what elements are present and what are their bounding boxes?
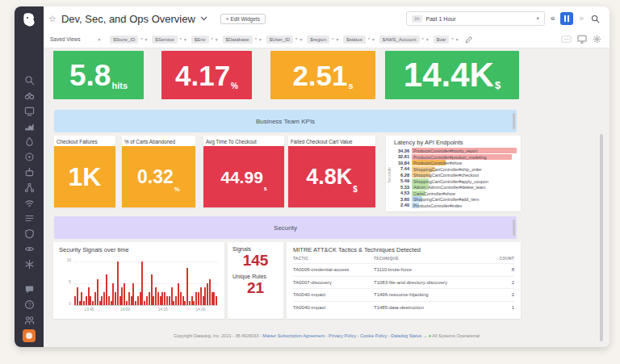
edit-widgets-button[interactable]: + Edit Widgets <box>220 14 266 24</box>
template-variable-value[interactable]: * <box>368 37 370 42</box>
search-icon[interactable] <box>591 15 600 23</box>
footer-link[interactable]: Cookie Policy <box>360 333 387 338</box>
favorite-star-icon[interactable]: ☆ <box>48 14 57 24</box>
kpi-widget[interactable]: 2.51s <box>270 51 375 99</box>
saved-views-dropdown[interactable]: Saved Views <box>50 36 80 42</box>
watchdog-icon[interactable] <box>24 90 35 100</box>
chevron-down-icon[interactable]: ▾ <box>98 37 100 42</box>
template-variable-env[interactable]: $Env <box>191 36 209 44</box>
toplist-row[interactable]: 5.33Admin::AdminController#delete_team <box>394 184 517 190</box>
chevron-down-icon[interactable]: ▾ <box>300 37 302 42</box>
kpi-widget[interactable]: % of Carts Abandoned0.32% <box>122 136 195 207</box>
kpi-widget[interactable]: 4.17% <box>161 51 252 99</box>
chart-bar <box>193 301 195 305</box>
org-icon[interactable] <box>24 314 35 324</box>
toplist-row[interactable]: 34.36ProductsController#hourly_report <box>394 148 517 154</box>
template-variable-region[interactable]: $region <box>307 36 329 44</box>
signals-count-widget[interactable]: Signals 145 Unique Rules 21 <box>228 242 283 319</box>
time-range-picker[interactable]: 1h Past 1 Hour ▾ <box>406 11 545 26</box>
kpi-widget[interactable]: Failed Checkout Cart Value4.8K$ <box>288 136 375 207</box>
vertical-scrollbar[interactable] <box>600 134 603 341</box>
footer-link[interactable]: Privacy Policy <box>329 333 356 338</box>
table-row[interactable]: TA0040-impactT1496-resource-hijacking2 <box>293 288 514 301</box>
chevron-down-icon[interactable] <box>200 16 207 21</box>
edit-pencil-icon[interactable] <box>465 36 473 44</box>
network-icon[interactable] <box>24 197 35 207</box>
mitre-table-widget[interactable]: MITRE ATT&CK Tactics & Techniques Detect… <box>287 242 521 319</box>
metrics-icon[interactable] <box>24 120 35 131</box>
time-backward-button[interactable]: « <box>551 15 555 23</box>
template-variable-value[interactable]: * <box>332 37 333 42</box>
template-variable-value[interactable]: * <box>422 37 424 42</box>
chevron-down-icon[interactable]: ▾ <box>337 37 339 42</box>
chevron-down-icon[interactable]: ▾ <box>372 37 375 42</box>
toplist-row[interactable]: 32.61ProductsController#product_modeling <box>394 154 517 161</box>
toplist-bar-wrap: ProductsController#index <box>412 203 517 208</box>
template-variable-value[interactable]: * <box>295 37 297 42</box>
integrations-icon[interactable] <box>24 151 35 161</box>
tv-mode-icon[interactable] <box>577 35 587 44</box>
chevron-down-icon[interactable]: ▾ <box>456 37 459 42</box>
chevron-down-icon[interactable]: ▾ <box>259 37 262 42</box>
gear-icon[interactable] <box>593 35 601 44</box>
kpi-widget[interactable]: 14.4K$ <box>385 51 519 99</box>
toplist-row[interactable]: 2.40ProductsController#index <box>394 203 517 209</box>
svg-text:?: ? <box>27 302 31 308</box>
chart-bar <box>108 296 110 305</box>
group-banner-security[interactable]: Security <box>54 216 517 239</box>
chevron-down-icon[interactable]: ▾ <box>426 37 429 42</box>
table-row[interactable]: TA0040-impactT1485-data-destruction1 <box>293 301 514 314</box>
footer-link[interactable]: Datadog Status <box>391 333 421 338</box>
kpi-widget[interactable]: Avg Time To Checkout44.99s <box>203 136 284 207</box>
template-variable-value[interactable]: * <box>451 37 453 42</box>
dashboards-icon[interactable] <box>24 105 35 115</box>
search-icon[interactable] <box>24 74 35 85</box>
chevron-down-icon[interactable]: ▾ <box>184 37 186 42</box>
latency-toplist-widget[interactable]: Latency by API Endpoints Seconds 34.36Pr… <box>386 136 521 211</box>
toplist-row[interactable]: 3.60ShoppingCartController#add_item <box>394 196 517 203</box>
logs-icon[interactable] <box>24 212 35 223</box>
rum-icon[interactable] <box>24 243 35 253</box>
help-icon[interactable]: ? <box>24 299 35 309</box>
chevron-down-icon[interactable]: ▾ <box>216 37 218 42</box>
column-header-count[interactable]: ↓COUNT <box>487 257 514 261</box>
column-header-tactic[interactable]: TACTIC <box>293 257 374 261</box>
template-variable-service[interactable]: $Service <box>152 36 177 44</box>
user-avatar[interactable] <box>23 329 36 342</box>
table-row[interactable]: TA0006-credential-accessT1110-brute-forc… <box>293 263 514 276</box>
template-variable-aws_account[interactable]: $AWS_Account <box>379 36 420 44</box>
security-icon[interactable] <box>24 228 35 238</box>
apm-icon[interactable] <box>24 136 35 146</box>
kpi-widget[interactable]: Checkout Failures1K <box>54 136 115 207</box>
chat-icon[interactable] <box>24 283 35 294</box>
template-variable-status[interactable]: $status <box>343 36 365 44</box>
template-variable-var[interactable]: $var <box>434 36 450 44</box>
template-variable-user_id[interactable]: $User_ID <box>266 36 293 44</box>
column-header-technique[interactable]: TECHNIQUE <box>374 257 487 261</box>
keyboard-icon[interactable] <box>561 36 572 43</box>
pause-button[interactable] <box>560 12 573 25</box>
template-variable-value[interactable]: * <box>255 37 257 42</box>
kpi-widget[interactable]: 5.8hits <box>53 51 144 99</box>
toplist-value: 34.36 <box>394 149 409 153</box>
template-variable-store_id[interactable]: $Store_ID <box>110 36 138 44</box>
toplist-row[interactable]: 4.53CartsController#show <box>394 190 517 197</box>
toplist-row[interactable]: 7.44ShoppingCartController#ship_order <box>394 166 517 173</box>
time-forward-button[interactable]: » <box>579 15 584 23</box>
table-row[interactable]: TA0007-discoveryT1083-file-and-directory… <box>293 276 514 289</box>
toplist-row[interactable]: 5.49ShoppingCartController#apply_coupon <box>394 178 517 185</box>
footer-link[interactable]: Master Subscription Agreement <box>262 333 325 338</box>
chevron-down-icon[interactable]: ▾ <box>145 37 148 42</box>
template-variable-value[interactable]: * <box>180 37 182 42</box>
synthetics-icon[interactable] <box>24 166 35 177</box>
security-signals-chart-widget[interactable]: Security Signals over time 10 5 0 13:45 … <box>53 242 224 319</box>
settings-icon[interactable] <box>24 258 35 269</box>
toplist-row[interactable]: 6.28ShoppingCartController#checkout <box>394 172 517 178</box>
service-map-icon[interactable] <box>24 182 35 192</box>
template-variable-value[interactable]: * <box>212 37 213 42</box>
template-variable-database[interactable]: $Database <box>223 36 253 44</box>
toplist-row[interactable]: 10.84ProductsController#show <box>394 160 517 166</box>
datadog-logo[interactable] <box>20 11 38 29</box>
template-variable-value[interactable]: * <box>140 37 142 42</box>
group-banner-business[interactable]: Business Team KPIs <box>54 110 517 132</box>
